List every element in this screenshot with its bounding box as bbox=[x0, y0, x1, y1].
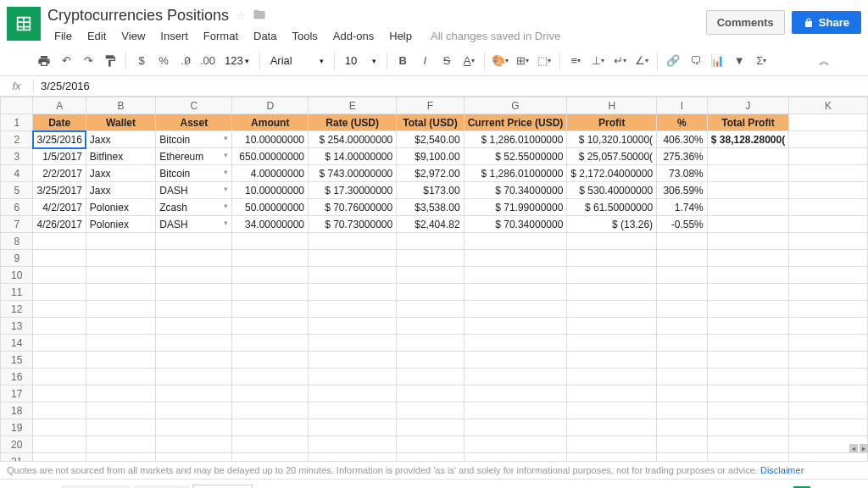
tab-prices[interactable]: Prices▾ bbox=[134, 485, 189, 489]
borders-icon[interactable]: ⊞ ▾ bbox=[512, 51, 532, 71]
cell[interactable] bbox=[657, 318, 708, 335]
cell-wallet[interactable]: Poloniex bbox=[86, 216, 155, 233]
col-header-F[interactable]: F bbox=[397, 97, 464, 114]
comment-icon[interactable]: 🗨 bbox=[685, 51, 705, 71]
cell[interactable] bbox=[86, 385, 155, 402]
collapse-toolbar-icon[interactable]: ︽ bbox=[814, 51, 834, 71]
cell[interactable] bbox=[232, 369, 309, 385]
row-header-6[interactable]: 6 bbox=[1, 199, 33, 216]
cell-tprofit[interactable] bbox=[707, 216, 788, 233]
cell[interactable] bbox=[33, 385, 86, 402]
row-header-10[interactable]: 10 bbox=[1, 267, 33, 284]
cell[interactable] bbox=[232, 352, 309, 369]
col-header-G[interactable]: G bbox=[464, 97, 567, 114]
cell[interactable] bbox=[309, 284, 397, 301]
cell[interactable] bbox=[464, 436, 567, 453]
cell[interactable] bbox=[464, 453, 567, 462]
cell-tprofit[interactable] bbox=[707, 148, 788, 165]
cell[interactable] bbox=[397, 301, 464, 318]
cell[interactable] bbox=[707, 402, 788, 419]
menu-format[interactable]: Format bbox=[197, 26, 245, 46]
cell[interactable] bbox=[156, 233, 232, 250]
cell[interactable] bbox=[309, 436, 397, 453]
redo-icon[interactable]: ↷ bbox=[78, 51, 98, 71]
cell[interactable] bbox=[397, 318, 464, 335]
row-header-17[interactable]: 17 bbox=[1, 385, 33, 402]
text-color-icon[interactable]: A ▾ bbox=[459, 51, 479, 71]
strike-icon[interactable]: S bbox=[437, 51, 457, 71]
menu-insert[interactable]: Insert bbox=[153, 26, 195, 46]
cell[interactable] bbox=[33, 250, 86, 267]
col-header-A[interactable]: A bbox=[33, 97, 86, 114]
share-button[interactable]: Share bbox=[792, 11, 861, 34]
cell[interactable] bbox=[309, 301, 397, 318]
cell[interactable] bbox=[309, 419, 397, 436]
cell[interactable] bbox=[707, 369, 788, 385]
cell[interactable] bbox=[707, 335, 788, 352]
cell[interactable] bbox=[657, 402, 708, 419]
cell[interactable] bbox=[789, 284, 868, 301]
menu-edit[interactable]: Edit bbox=[81, 26, 113, 46]
chart-icon[interactable]: 📊 bbox=[707, 51, 727, 71]
cell[interactable] bbox=[707, 352, 788, 369]
cell-tprofit[interactable] bbox=[707, 199, 788, 216]
cell[interactable] bbox=[156, 419, 232, 436]
cell[interactable] bbox=[33, 301, 86, 318]
cell[interactable] bbox=[156, 335, 232, 352]
more-formats[interactable]: 123 ▾ bbox=[220, 54, 254, 67]
cell-date[interactable]: 3/25/2016 bbox=[33, 131, 86, 148]
cell[interactable] bbox=[86, 436, 155, 453]
row-header-2[interactable]: 2 bbox=[1, 131, 33, 148]
cell-wallet[interactable]: Jaxx bbox=[86, 182, 155, 199]
tab-history[interactable]: History▾ bbox=[192, 485, 253, 488]
select-all-corner[interactable] bbox=[1, 97, 33, 114]
cell[interactable] bbox=[156, 436, 232, 453]
cell[interactable] bbox=[789, 318, 868, 335]
col-header-B[interactable]: B bbox=[86, 97, 155, 114]
cell[interactable] bbox=[232, 385, 309, 402]
header-cell[interactable]: Amount bbox=[232, 114, 309, 131]
cell-wallet[interactable]: Jaxx bbox=[86, 131, 155, 148]
cell[interactable] bbox=[33, 369, 86, 385]
cell[interactable] bbox=[86, 233, 155, 250]
cell[interactable] bbox=[789, 199, 868, 216]
cell[interactable] bbox=[397, 250, 464, 267]
cell[interactable] bbox=[232, 436, 309, 453]
cell[interactable] bbox=[397, 284, 464, 301]
cell[interactable] bbox=[464, 385, 567, 402]
menu-file[interactable]: File bbox=[47, 26, 79, 46]
col-header-H[interactable]: H bbox=[567, 97, 657, 114]
cell-asset[interactable]: Zcash▾ bbox=[156, 199, 232, 216]
filter-icon[interactable]: ▼ bbox=[729, 51, 749, 71]
merge-icon[interactable]: ⬚ ▾ bbox=[534, 51, 554, 71]
cell-rate[interactable]: $ 254.00000000 bbox=[309, 131, 397, 148]
cell[interactable] bbox=[86, 419, 155, 436]
cell[interactable] bbox=[464, 352, 567, 369]
cell[interactable] bbox=[657, 301, 708, 318]
cell[interactable] bbox=[567, 267, 657, 284]
cell[interactable] bbox=[789, 216, 868, 233]
cell[interactable] bbox=[707, 385, 788, 402]
row-header-13[interactable]: 13 bbox=[1, 318, 33, 335]
cell-amount[interactable]: 34.00000000 bbox=[232, 216, 309, 233]
cell[interactable] bbox=[789, 233, 868, 250]
cell-profit[interactable]: $ (13.26) bbox=[567, 216, 657, 233]
cell-profit[interactable]: $ 530.40000000 bbox=[567, 182, 657, 199]
cell[interactable] bbox=[464, 284, 567, 301]
cell[interactable] bbox=[33, 419, 86, 436]
cell-total[interactable]: $3,538.00 bbox=[397, 199, 464, 216]
menu-help[interactable]: Help bbox=[382, 26, 419, 46]
cell[interactable] bbox=[397, 402, 464, 419]
explore-button[interactable]: ✦ Explore bbox=[785, 483, 861, 488]
cell-pct[interactable]: 306.59% bbox=[657, 182, 708, 199]
sheet-grid[interactable]: ABCDEFGHIJK1DateWalletAssetAmountRate (U… bbox=[0, 97, 868, 461]
cell-pct[interactable]: -0.55% bbox=[657, 216, 708, 233]
col-header-E[interactable]: E bbox=[309, 97, 397, 114]
row-header-1[interactable]: 1 bbox=[1, 114, 33, 131]
cell[interactable] bbox=[397, 335, 464, 352]
cell[interactable] bbox=[397, 385, 464, 402]
cell[interactable] bbox=[464, 267, 567, 284]
cell[interactable] bbox=[789, 385, 868, 402]
row-header-16[interactable]: 16 bbox=[1, 369, 33, 385]
cell[interactable] bbox=[567, 233, 657, 250]
